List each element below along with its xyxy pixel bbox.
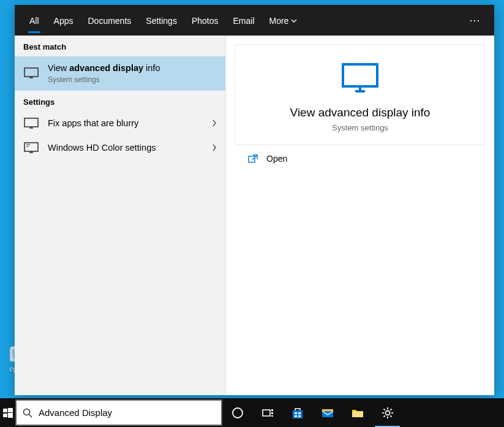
- best-match-text: View advanced display info System settin…: [48, 62, 217, 85]
- svg-rect-5: [343, 64, 377, 86]
- results-list-pane: Best match View advanced display info Sy…: [15, 36, 226, 395]
- svg-rect-19: [298, 412, 301, 414]
- monitor-outline-icon: [23, 142, 39, 154]
- chevron-right-icon: [212, 118, 217, 129]
- taskbar-mail-button[interactable]: [312, 398, 342, 427]
- folder-icon: [351, 406, 364, 420]
- taskbar-settings-button[interactable]: [372, 398, 402, 427]
- cortana-icon: [231, 406, 244, 420]
- svg-rect-18: [295, 412, 297, 414]
- svg-rect-23: [322, 409, 333, 411]
- settings-result-hd-color[interactable]: Windows HD Color settings: [15, 136, 225, 161]
- svg-rect-2: [24, 68, 38, 77]
- svg-rect-20: [295, 415, 297, 417]
- settings-result-text: Fix apps that are blurry: [48, 118, 203, 130]
- overflow-menu-button[interactable]: ⋯: [463, 13, 487, 27]
- mail-icon: [321, 406, 334, 420]
- gear-icon: [381, 406, 394, 420]
- settings-section-label: Settings: [15, 91, 225, 111]
- search-panel-body: Best match View advanced display info Sy…: [15, 36, 494, 395]
- taskbar-search-box[interactable]: [15, 399, 222, 426]
- open-action[interactable]: Open: [235, 145, 486, 170]
- monitor-icon: [23, 67, 39, 80]
- settings-result-title: Windows HD Color settings: [48, 142, 203, 154]
- svg-point-11: [24, 409, 30, 415]
- best-match-section-label: Best match: [15, 36, 225, 56]
- store-icon: [291, 406, 304, 420]
- svg-rect-15: [271, 412, 273, 414]
- settings-result-title: Fix apps that are blurry: [48, 118, 203, 130]
- taskbar-explorer-button[interactable]: [342, 398, 372, 427]
- tab-photos[interactable]: Photos: [184, 7, 226, 33]
- svg-rect-21: [298, 415, 301, 417]
- best-match-subtitle: System settings: [48, 75, 217, 85]
- tab-all[interactable]: All: [22, 7, 47, 33]
- best-match-result[interactable]: View advanced display info System settin…: [15, 56, 225, 91]
- start-button[interactable]: [0, 398, 15, 427]
- task-view-icon: [261, 406, 274, 420]
- open-action-label: Open: [266, 154, 287, 164]
- tab-documents[interactable]: Documents: [80, 7, 138, 33]
- monitor-icon: [23, 118, 39, 130]
- task-view-button[interactable]: [252, 398, 282, 427]
- taskbar: [0, 398, 504, 427]
- detail-pane: View advanced display info System settin…: [226, 36, 494, 395]
- cortana-button[interactable]: [222, 398, 252, 427]
- svg-rect-7: [3, 409, 7, 412]
- settings-result-text: Windows HD Color settings: [48, 142, 203, 154]
- svg-rect-9: [3, 414, 7, 417]
- detail-title: View advanced display info: [290, 106, 431, 119]
- chevron-down-icon: [291, 19, 297, 23]
- chevron-right-icon: [212, 143, 217, 154]
- tab-more[interactable]: More: [262, 7, 305, 33]
- open-icon: [248, 154, 258, 163]
- monitor-large-icon: [340, 62, 380, 96]
- taskbar-store-button[interactable]: [282, 398, 312, 427]
- svg-rect-16: [271, 415, 273, 417]
- svg-rect-13: [263, 410, 270, 416]
- search-results-panel: All Apps Documents Settings Photos Email…: [15, 5, 494, 395]
- tab-email[interactable]: Email: [225, 7, 261, 33]
- svg-point-24: [385, 410, 389, 415]
- svg-rect-17: [293, 410, 303, 418]
- best-match-title: View advanced display info: [48, 62, 217, 75]
- search-tabs-bar: All Apps Documents Settings Photos Email…: [15, 5, 494, 36]
- tab-settings[interactable]: Settings: [138, 7, 184, 33]
- svg-rect-14: [271, 409, 273, 411]
- search-input[interactable]: [39, 407, 215, 418]
- svg-rect-6: [249, 156, 255, 162]
- tab-more-label: More: [269, 16, 289, 26]
- svg-rect-4: [24, 143, 38, 151]
- windows-logo-icon: [3, 408, 13, 418]
- svg-rect-3: [24, 118, 38, 127]
- detail-subtitle: System settings: [332, 123, 388, 132]
- detail-card: View advanced display info System settin…: [235, 44, 486, 145]
- search-icon: [23, 408, 32, 418]
- svg-rect-8: [8, 408, 13, 412]
- svg-rect-10: [8, 413, 13, 418]
- settings-result-fix-blurry[interactable]: Fix apps that are blurry: [15, 111, 225, 136]
- svg-point-12: [233, 408, 243, 418]
- tab-apps[interactable]: Apps: [47, 7, 81, 33]
